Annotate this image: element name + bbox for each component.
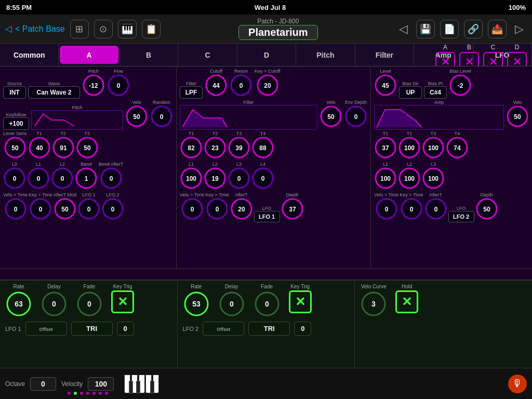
lfo1-delay-knob[interactable]: 0 — [41, 290, 68, 320]
nav-save[interactable]: 💾 — [416, 20, 435, 38]
pitch-knob-src[interactable]: -12 — [82, 74, 105, 99]
a-l2-knob[interactable]: 100 — [398, 167, 421, 192]
lfo2-delay-knob[interactable]: 0 — [218, 290, 245, 320]
a-l1-knob[interactable]: 100 — [374, 167, 397, 192]
a-t2-knob[interactable]: 100 — [398, 136, 421, 161]
f-t3-knob[interactable]: 39 — [228, 136, 250, 161]
tab-d[interactable]: D — [237, 44, 296, 66]
l0-knob[interactable]: 0 — [3, 167, 26, 192]
lfo1-wave-box[interactable]: TRI — [71, 322, 113, 336]
keyfollow-val[interactable]: +100 — [3, 117, 29, 130]
f-t4-knob[interactable]: 88 — [251, 136, 274, 161]
nav-prev[interactable]: ◁ — [396, 22, 411, 36]
f-depth-knob[interactable]: 37 — [281, 197, 304, 222]
a-t3-knob[interactable]: 100 — [422, 136, 445, 161]
f-l3-knob[interactable]: 0 — [228, 167, 250, 192]
a-t4-knob[interactable]: 74 — [446, 136, 469, 161]
random-knob[interactable]: 0 — [150, 105, 173, 130]
env-depth-knob[interactable]: 0 — [344, 105, 367, 130]
f-aftert-knob[interactable]: 20 — [230, 197, 253, 222]
aftert-mod-knob-l[interactable]: 50 — [54, 197, 76, 222]
t2-knob-ls[interactable]: 91 — [52, 136, 75, 161]
f-t2-knob[interactable]: 23 — [204, 136, 227, 161]
pitch-knob-svg[interactable]: -12 — [82, 74, 105, 97]
f-key-time-knob[interactable]: 0 — [206, 197, 229, 222]
nav-icon-2[interactable]: ⊙ — [94, 20, 113, 38]
bias-level-knob[interactable]: -2 — [449, 74, 472, 99]
lfo1-fade-knob[interactable]: 0 — [76, 290, 103, 320]
level-knob-amp[interactable]: 45 — [374, 74, 397, 99]
filter-type-box[interactable]: LPF — [180, 86, 203, 99]
tab-pitch[interactable]: Pitch — [296, 44, 355, 66]
lfo1-offset-val[interactable]: 0 — [117, 322, 134, 336]
lfo2-fade-knob[interactable]: 0 — [254, 290, 281, 320]
lfo1-keytrig-group: Key Trig ✕ — [111, 284, 134, 313]
lfo2-offset-val[interactable]: 0 — [294, 322, 311, 336]
nav-export[interactable]: 📤 — [488, 20, 507, 38]
nav-icon-4[interactable]: 📋 — [142, 20, 161, 38]
octave-value[interactable]: 0 — [30, 377, 56, 391]
f-l1-knob[interactable]: 100 — [180, 167, 203, 192]
t3-knob-ls[interactable]: 50 — [76, 136, 99, 161]
svg-text:0: 0 — [237, 175, 241, 182]
a-aftert-knob[interactable]: 0 — [424, 197, 447, 222]
tab-filter[interactable]: Filter — [355, 44, 414, 66]
lfo2-keytrig-btn[interactable]: ✕ — [289, 290, 312, 313]
filter-velo-knob[interactable]: 50 — [320, 105, 342, 130]
patch-name[interactable]: Planetarium — [238, 25, 317, 40]
bend-knob[interactable]: 1 — [75, 167, 98, 192]
nav-share[interactable]: 🔗 — [464, 20, 483, 38]
fine-knob[interactable]: 0 — [107, 74, 130, 99]
f-l2-knob[interactable]: 19 — [204, 167, 227, 192]
a-lfo-box[interactable]: LFO 2 — [448, 211, 474, 222]
l1-knob[interactable]: 0 — [27, 167, 50, 192]
tab-a[interactable]: A — [60, 46, 118, 64]
f-velo-time-knob[interactable]: 0 — [181, 197, 204, 222]
dot-6 — [99, 392, 102, 395]
fine-knob-svg[interactable]: 0 — [107, 74, 130, 97]
f-l4-knob[interactable]: 0 — [251, 167, 274, 192]
bias-dir-box[interactable]: UP — [399, 86, 422, 99]
nav-icon-3[interactable]: 🎹 — [118, 20, 137, 38]
source-int-box[interactable]: INT — [3, 86, 26, 99]
patch-base-button[interactable]: ◁ < Patch Base — [5, 23, 65, 34]
amp-velo-knob[interactable]: 50 — [506, 105, 529, 130]
nav-copy[interactable]: 📄 — [440, 20, 459, 38]
a-depth-knob[interactable]: 50 — [475, 197, 498, 222]
lfo1-knob-l[interactable]: 0 — [77, 197, 100, 222]
lfo1-keytrig-btn[interactable]: ✕ — [111, 290, 134, 313]
a-velo-time-knob[interactable]: 0 — [375, 197, 398, 222]
lfo1-rate-knob[interactable]: 63 — [5, 290, 32, 320]
tab-b[interactable]: B — [119, 44, 178, 66]
velo-time-knob-l[interactable]: 0 — [4, 197, 27, 222]
a-key-time-knob[interactable]: 0 — [400, 197, 423, 222]
lfo2-wave-box[interactable]: TRI — [248, 322, 290, 336]
cutoff-knob[interactable]: 44 — [205, 74, 228, 99]
tab-c[interactable]: C — [178, 44, 237, 66]
wave-value-box[interactable]: Can Wave 2 — [28, 86, 80, 99]
nav-next[interactable]: ▷ — [512, 22, 527, 36]
a-l1-label: L1 — [383, 162, 388, 167]
lfo2-rate-knob[interactable]: 53 — [183, 290, 210, 320]
f-lfo-box[interactable]: LFO 1 — [254, 211, 280, 222]
velo-knob-kf[interactable]: 50 — [125, 105, 148, 130]
key-cutoff-knob[interactable]: 20 — [256, 74, 279, 99]
svg-text:37: 37 — [382, 144, 389, 152]
bend-aftert-knob[interactable]: 0 — [100, 167, 123, 192]
reson-knob[interactable]: 0 — [230, 74, 252, 99]
hold-btn[interactable]: ✕ — [395, 290, 418, 313]
tab-common[interactable]: Common — [0, 44, 59, 66]
lfo2-knob-l[interactable]: 0 — [101, 197, 124, 222]
f-t1-knob[interactable]: 82 — [180, 136, 203, 161]
svg-text:0: 0 — [410, 206, 414, 213]
t1-knob-ls[interactable]: 40 — [28, 136, 51, 161]
a-l3-knob[interactable]: 100 — [422, 167, 445, 192]
nav-icon-1[interactable]: ⊞ — [70, 20, 89, 38]
velo-curve-knob[interactable]: 3 — [360, 290, 387, 320]
velocity-value[interactable]: 100 — [88, 377, 114, 391]
bias-pt-box[interactable]: C#4 — [424, 86, 447, 99]
a-t1-knob[interactable]: 37 — [374, 136, 397, 161]
key-time-knob-l[interactable]: 0 — [29, 197, 52, 222]
lever-knob[interactable]: 50 — [4, 136, 26, 161]
l2-knob[interactable]: 0 — [51, 167, 74, 192]
